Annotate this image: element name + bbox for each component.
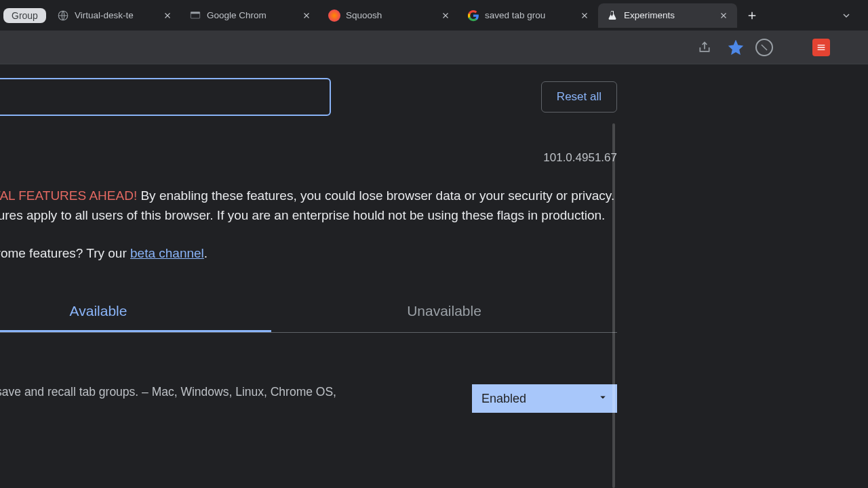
- beta-suffix: .: [204, 246, 208, 260]
- extension-icon-1[interactable]: [755, 39, 773, 56]
- search-flags-input-wrapper: [0, 78, 331, 116]
- reset-all-button[interactable]: Reset all: [541, 81, 617, 113]
- close-icon[interactable]: [440, 10, 451, 21]
- tab-label: Virtual-desk-te: [75, 10, 157, 20]
- share-icon[interactable]: [693, 36, 716, 59]
- svg-rect-2: [191, 12, 199, 14]
- flags-page: Reset all nents 101.0.4951.67 XPERIMENTA…: [0, 64, 617, 434]
- beta-channel-row: cool new Chrome features? Try our beta c…: [0, 246, 617, 261]
- browser-toolbar: [0, 30, 868, 64]
- beta-prefix: cool new Chrome features? Try our: [0, 246, 130, 260]
- close-icon[interactable]: [162, 10, 173, 21]
- tab-google-chrome[interactable]: Google Chrom: [181, 3, 320, 28]
- squoosh-icon: [328, 9, 340, 22]
- flag-state-select[interactable]: Enabled: [472, 384, 617, 413]
- extension-icon-2[interactable]: [781, 36, 804, 59]
- tab-virtual-desk[interactable]: Virtual-desk-te: [49, 3, 181, 28]
- search-flags-input[interactable]: [0, 90, 320, 104]
- tab-label: Squoosh: [346, 10, 435, 20]
- vertical-scrollbar[interactable]: [612, 123, 615, 488]
- flag-title: ave: [0, 364, 458, 378]
- flag-tabs: Available Unavailable: [0, 292, 617, 333]
- bookmark-star-icon[interactable]: [724, 36, 747, 59]
- google-icon: [467, 9, 479, 22]
- flag-state-select-wrapper: Enabled: [472, 384, 617, 413]
- tab-unavailable[interactable]: Unavailable: [271, 292, 617, 332]
- tab-overflow-button[interactable]: [838, 7, 854, 24]
- beta-channel-link[interactable]: beta channel: [130, 246, 204, 260]
- flag-entry: ave s to explicitly save and recall tab …: [0, 364, 617, 434]
- new-tab-button[interactable]: [741, 5, 763, 26]
- tab-label: Experiments: [624, 10, 713, 20]
- globe-icon: [57, 9, 69, 22]
- 1password-icon[interactable]: [838, 36, 861, 59]
- close-icon[interactable]: [718, 10, 729, 21]
- flag-description: s to explicitly save and recall tab grou…: [0, 384, 458, 401]
- chrome-version: 101.0.4951.67: [543, 151, 617, 165]
- warning-label: XPERIMENTAL FEATURES AHEAD!: [0, 188, 137, 203]
- chrome-icon: [189, 9, 201, 22]
- tab-experiments[interactable]: Experiments: [598, 3, 737, 28]
- tab-squoosh[interactable]: Squoosh: [320, 3, 459, 28]
- tab-available[interactable]: Available: [0, 292, 271, 332]
- todoist-icon[interactable]: [812, 39, 830, 56]
- tab-saved-tab-groups[interactable]: saved tab grou: [459, 3, 598, 28]
- tab-label: saved tab grou: [485, 10, 574, 20]
- close-icon[interactable]: [579, 10, 590, 21]
- warning-text: XPERIMENTAL FEATURES AHEAD! By enabling …: [0, 186, 617, 226]
- tab-strip: Group Virtual-desk-te Google Chrom Squoo…: [0, 0, 868, 30]
- tab-label: Google Chrom: [207, 10, 296, 20]
- flask-icon: [606, 9, 618, 22]
- tab-group-chip[interactable]: Group: [3, 8, 46, 23]
- close-icon[interactable]: [301, 10, 312, 21]
